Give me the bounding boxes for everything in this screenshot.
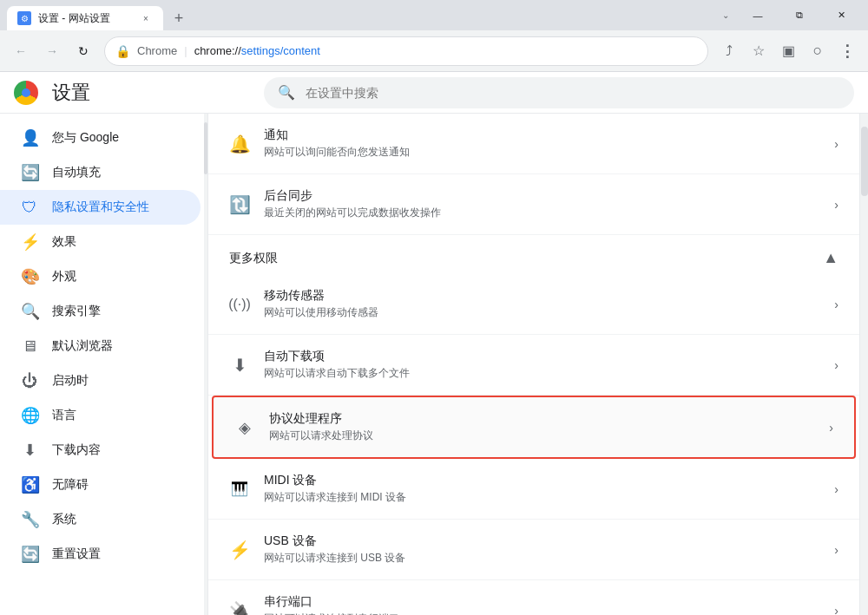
sidebar-item-startup[interactable]: ⏻ 启动时 — [0, 363, 201, 398]
settings-text-midi: MIDI 设备 网站可以请求连接到 MIDI 设备 — [264, 473, 820, 505]
notification-title: 通知 — [264, 128, 820, 143]
auto-dl-title: 自动下载项 — [264, 349, 820, 364]
sidebar-item-privacy[interactable]: 🛡 隐私设置和安全性 — [0, 190, 201, 225]
usb-arrow: › — [834, 543, 838, 557]
tab-close-button[interactable]: × — [139, 11, 153, 25]
settings-item-auto-downloads[interactable]: ⬇ 自动下载项 网站可以请求自动下载多个文件 › — [208, 335, 859, 396]
midi-arrow: › — [834, 482, 838, 496]
motion-sensor-icon: ((·)) — [229, 294, 250, 315]
motion-title: 移动传感器 — [264, 288, 820, 304]
content-scrollbar-thumb — [861, 127, 868, 196]
settings-item-serial[interactable]: 🔌 串行端口 网站可以请求连接到串行端口 › — [208, 580, 859, 615]
content-area: 🔔 通知 网站可以询问能否向您发送通知 › 🔃 后台同步 最近关闭的网站可以完成… — [208, 114, 859, 615]
sidebar-item-browser[interactable]: 🖥 默认浏览器 — [0, 329, 201, 363]
usb-title: USB 设备 — [264, 533, 820, 549]
bookmark-button[interactable]: ☆ — [745, 37, 773, 65]
toolbar: ← → ↻ 🔒 Chrome | chrome://settings/conte… — [0, 30, 868, 72]
titlebar: ⚙ 设置 - 网站设置 × + ⌄ — ⧉ ✕ — [0, 0, 868, 30]
accessibility-icon: ♿ — [21, 475, 38, 494]
background-sync-icon: 🔃 — [229, 194, 250, 215]
settings-text-usb: USB 设备 网站可以请求连接到 USB 设备 — [264, 533, 820, 566]
minimize-button[interactable]: — — [738, 0, 778, 30]
forward-button[interactable]: → — [38, 37, 66, 65]
auto-dl-desc: 网站可以请求自动下载多个文件 — [264, 366, 820, 381]
restore-button[interactable]: ⧉ — [779, 0, 819, 30]
address-separator: | — [184, 44, 187, 57]
active-tab[interactable]: ⚙ 设置 - 网站设置 × — [7, 6, 163, 30]
reset-icon: 🔄 — [21, 545, 38, 564]
performance-icon: ⚡ — [21, 232, 38, 252]
browser-panel-button[interactable]: ▣ — [774, 37, 802, 65]
reload-button[interactable]: ↻ — [69, 37, 97, 65]
sidebar-item-google-account[interactable]: 👤 您与 Google — [0, 121, 201, 155]
usb-icon: ⚡ — [229, 540, 250, 560]
notification-icon: 🔔 — [229, 134, 250, 154]
notification-desc: 网站可以询问能否向您发送通知 — [264, 145, 820, 160]
sidebar-item-language[interactable]: 🌐 语言 — [0, 398, 201, 433]
system-icon: 🔧 — [21, 510, 38, 529]
usb-desc: 网站可以请求连接到 USB 设备 — [264, 551, 820, 566]
sidebar-label-search: 搜索引擎 — [52, 304, 101, 319]
new-tab-button[interactable]: + — [167, 6, 191, 30]
chrome-logo — [14, 81, 38, 105]
sidebar-label-privacy: 隐私设置和安全性 — [52, 200, 149, 215]
address-bar[interactable]: 🔒 Chrome | chrome://settings/content — [104, 36, 708, 66]
search-icon: 🔍 — [278, 84, 295, 101]
search-engine-icon: 🔍 — [21, 302, 38, 321]
secure-icon: 🔒 — [115, 44, 130, 58]
close-window-button[interactable]: ✕ — [821, 0, 861, 30]
sidebar-label-autofill: 自动填充 — [52, 165, 101, 180]
motion-arrow: › — [834, 298, 838, 311]
protocol-handler-icon: ◈ — [234, 417, 255, 438]
midi-icon: 🎹 — [229, 479, 250, 500]
settings-item-notification[interactable]: 🔔 通知 网站可以询问能否向您发送通知 › — [208, 114, 859, 174]
back-button[interactable]: ← — [7, 37, 35, 65]
protocol-title: 协议处理程序 — [269, 411, 815, 427]
window-controls: ⌄ — ⧉ ✕ — [715, 0, 861, 30]
profile-button[interactable]: ○ — [804, 37, 832, 65]
protocol-desc: 网站可以请求处理协议 — [269, 429, 815, 443]
settings-text-serial: 串行端口 网站可以请求连接到串行端口 — [264, 594, 820, 615]
language-icon: 🌐 — [21, 406, 38, 425]
sidebar-item-accessibility[interactable]: ♿ 无障碍 — [0, 468, 201, 502]
app-title: 设置 — [52, 80, 90, 106]
autofill-icon: 🔄 — [21, 163, 38, 182]
url-display: chrome://settings/content — [194, 44, 697, 57]
motion-desc: 网站可以使用移动传感器 — [264, 305, 820, 320]
site-label: Chrome — [137, 44, 177, 57]
settings-item-midi[interactable]: 🎹 MIDI 设备 网站可以请求连接到 MIDI 设备 › — [208, 459, 859, 520]
settings-item-motion-sensors[interactable]: ((·)) 移动传感器 网站可以使用移动传感器 › — [208, 274, 859, 335]
sidebar-item-autofill[interactable]: 🔄 自动填充 — [0, 155, 201, 190]
search-input[interactable] — [306, 86, 840, 100]
sidebar-item-downloads[interactable]: ⬇ 下载内容 — [0, 433, 201, 468]
settings-item-usb[interactable]: ⚡ USB 设备 网站可以请求连接到 USB 设备 › — [208, 520, 859, 580]
person-icon: 👤 — [21, 128, 38, 147]
search-bar[interactable]: 🔍 — [264, 77, 854, 108]
app-header: 设置 🔍 — [0, 72, 868, 114]
sidebar-label-google: 您与 Google — [52, 130, 119, 146]
sidebar-item-system[interactable]: 🔧 系统 — [0, 502, 201, 537]
section-toggle-icon[interactable]: ▲ — [823, 249, 838, 267]
settings-text-motion: 移动传感器 网站可以使用移动传感器 — [264, 288, 820, 320]
chevron-icon: ⌄ — [715, 10, 736, 20]
sidebar-label-accessibility: 无障碍 — [52, 477, 89, 493]
protocol-handler-inner[interactable]: ◈ 协议处理程序 网站可以请求处理协议 › — [214, 397, 854, 457]
startup-icon: ⏻ — [21, 372, 38, 390]
sidebar-item-search[interactable]: 🔍 搜索引擎 — [0, 294, 201, 329]
content-scrollbar[interactable] — [859, 114, 868, 615]
sidebar-item-reset[interactable]: 🔄 重置设置 — [0, 537, 201, 572]
settings-text-notification: 通知 网站可以询问能否向您发送通知 — [264, 128, 820, 160]
sidebar-scrollbar[interactable] — [204, 114, 207, 615]
serial-arrow: › — [834, 604, 838, 616]
sidebar-item-appearance[interactable]: 🎨 外观 — [0, 259, 201, 294]
sidebar-label-language: 语言 — [52, 408, 76, 423]
toolbar-actions: ⤴ ☆ ▣ ○ ⋮ — [715, 37, 861, 65]
settings-item-background-sync[interactable]: 🔃 后台同步 最近关闭的网站可以完成数据收发操作 › — [208, 174, 859, 235]
main-layout: 👤 您与 Google 🔄 自动填充 🛡 隐私设置和安全性 ⚡ 效果 🎨 外观 … — [0, 114, 868, 615]
sidebar-item-performance[interactable]: ⚡ 效果 — [0, 225, 201, 259]
settings-item-protocol-handler[interactable]: ◈ 协议处理程序 网站可以请求处理协议 › — [212, 396, 856, 459]
share-button[interactable]: ⤴ — [715, 37, 743, 65]
serial-title: 串行端口 — [264, 594, 820, 610]
menu-button[interactable]: ⋮ — [833, 37, 861, 65]
sidebar-label-system: 系统 — [52, 512, 76, 527]
